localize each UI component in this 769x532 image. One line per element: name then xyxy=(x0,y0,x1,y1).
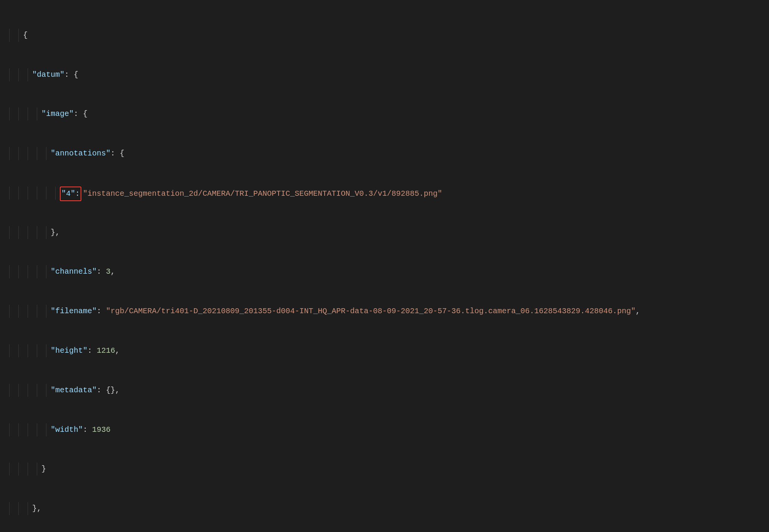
code-line: { xyxy=(0,29,769,42)
json-key: "width" xyxy=(51,425,83,434)
code-line: }, xyxy=(0,502,769,515)
code-line: "datum": { xyxy=(0,68,769,81)
json-key-highlighted: "4": xyxy=(61,189,80,198)
code-line: "height": 1216, xyxy=(0,344,769,357)
json-key: "channels" xyxy=(51,267,97,276)
code-line: "image": { xyxy=(0,107,769,121)
code-line: } xyxy=(0,463,769,476)
json-key: "height" xyxy=(51,346,87,355)
json-string: "rgb/CAMERA/tri401-D_20210809_201355-d00… xyxy=(106,307,635,316)
json-key: "metadata" xyxy=(51,386,97,395)
code-line: "width": 1936 xyxy=(0,423,769,436)
highlight-box-icon: "4": xyxy=(60,187,81,201)
code-line: "filename": "rgb/CAMERA/tri401-D_2021080… xyxy=(0,305,769,318)
code-line: "channels": 3, xyxy=(0,265,769,278)
code-editor[interactable]: { "datum": { "image": { "annotations": {… xyxy=(0,0,769,532)
json-key: "image" xyxy=(41,109,74,118)
code-line: }, xyxy=(0,226,769,239)
json-string: "instance_segmentation_2d/CAMERA/TRI_PAN… xyxy=(83,189,442,198)
json-key: "filename" xyxy=(51,307,97,316)
json-number: 1936 xyxy=(92,425,111,434)
json-number: 1216 xyxy=(97,346,115,355)
json-key: "datum" xyxy=(32,70,64,79)
json-key: "annotations" xyxy=(51,149,111,158)
code-line: "4":"instance_segmentation_2d/CAMERA/TRI… xyxy=(0,187,769,200)
code-line: "annotations": { xyxy=(0,147,769,160)
code-line: "metadata": {}, xyxy=(0,384,769,397)
json-number: 3 xyxy=(106,267,111,276)
